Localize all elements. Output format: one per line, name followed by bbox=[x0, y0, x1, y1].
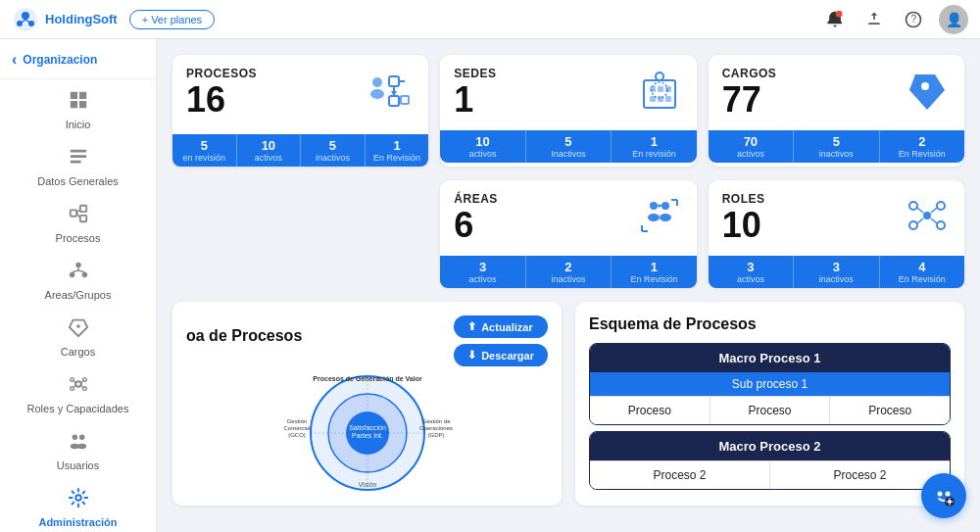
areas-footer-1-num: 2 bbox=[528, 260, 609, 274]
procesos-footer-2-label: inactivos bbox=[303, 153, 363, 163]
avatar[interactable]: 👤 bbox=[939, 5, 968, 34]
descargar-button[interactable]: ⬇ Descargar bbox=[454, 344, 548, 366]
sidebar-item-datos-generales[interactable]: Datos Generales bbox=[0, 138, 156, 195]
upload-icon[interactable] bbox=[860, 6, 888, 33]
svg-rect-15 bbox=[70, 155, 86, 158]
svg-rect-54 bbox=[665, 86, 671, 92]
svg-text:(GCO): (GCO) bbox=[288, 432, 306, 438]
process-cell-1-0: Proceso bbox=[590, 397, 710, 424]
svg-text:Comercial: Comercial bbox=[283, 425, 310, 431]
help-icon[interactable]: ? bbox=[900, 6, 927, 33]
logo-area[interactable]: HoldingSoft bbox=[12, 6, 118, 33]
stat-card-procesos: PROCESOS 16 bbox=[172, 55, 428, 167]
areas-footer-2-label: En Revisión bbox=[613, 274, 694, 284]
svg-line-26 bbox=[72, 270, 77, 272]
stat-card-roles: ROLES 10 bbox=[709, 180, 964, 288]
sedes-footer-2-label: En revisión bbox=[613, 149, 694, 159]
svg-rect-16 bbox=[70, 161, 80, 164]
cargos-footer-2-label: En Revisión bbox=[882, 149, 962, 159]
svg-rect-14 bbox=[70, 150, 86, 153]
app-container: HoldingSoft + Ver planes ? 👤 ‹ Organizac… bbox=[0, 0, 980, 532]
svg-rect-57 bbox=[665, 96, 671, 102]
procesos-title: PROCESOS bbox=[186, 67, 257, 80]
sidebar-usuarios-label: Usuarios bbox=[57, 459, 99, 471]
stats-spacer bbox=[172, 180, 428, 288]
areas-number: 6 bbox=[454, 206, 498, 245]
datos-generales-icon bbox=[68, 146, 89, 172]
sedes-footer-2-num: 1 bbox=[613, 134, 694, 149]
svg-point-6 bbox=[836, 10, 843, 17]
content-area: PROCESOS 16 bbox=[157, 39, 980, 532]
inicio-icon bbox=[68, 89, 89, 116]
usuarios-icon bbox=[68, 430, 89, 457]
sidebar: ‹ Organizacion Inicio Datos Generales bbox=[0, 39, 157, 532]
svg-point-22 bbox=[75, 263, 81, 268]
stat-card-cargos: CARGOS 77 70 bbox=[709, 55, 964, 167]
roles-footer-0-label: activos bbox=[710, 274, 791, 284]
cargos-stat-icon bbox=[904, 67, 951, 122]
logo-text: HoldingSoft bbox=[45, 12, 118, 26]
svg-text:(GDP): (GDP) bbox=[427, 432, 444, 438]
roles-footer-1-num: 3 bbox=[796, 260, 876, 274]
svg-point-23 bbox=[69, 272, 74, 278]
svg-rect-51 bbox=[644, 80, 675, 108]
sidebar-back[interactable]: ‹ Organizacion bbox=[0, 43, 156, 76]
process-row-2: Proceso 2 Proceso 2 bbox=[590, 460, 950, 489]
svg-line-77 bbox=[931, 208, 937, 213]
back-arrow-icon: ‹ bbox=[12, 51, 17, 69]
sidebar-item-usuarios[interactable]: Usuarios bbox=[0, 422, 156, 479]
svg-point-38 bbox=[72, 435, 77, 441]
svg-line-27 bbox=[78, 270, 84, 272]
process-row-1: Proceso Proceso Proceso bbox=[590, 396, 950, 424]
sedes-footer-0-label: activos bbox=[442, 149, 522, 159]
cargos-footer-0-label: activos bbox=[710, 149, 791, 159]
svg-rect-50 bbox=[401, 96, 409, 104]
roles-footer-2-num: 4 bbox=[882, 260, 962, 274]
actualizar-button[interactable]: ⬆ Actualizar bbox=[454, 315, 548, 338]
procesos-footer-3-num: 1 bbox=[368, 138, 427, 153]
svg-point-61 bbox=[650, 202, 658, 210]
sidebar-item-cargos[interactable]: Cargos bbox=[0, 309, 156, 365]
svg-point-33 bbox=[82, 387, 86, 391]
mapa-title: oa de Procesos bbox=[186, 327, 302, 345]
ai-button[interactable] bbox=[921, 473, 966, 518]
svg-point-73 bbox=[937, 202, 945, 210]
sidebar-back-label: Organizacion bbox=[23, 53, 97, 67]
areas-footer-1-label: inactivos bbox=[528, 274, 609, 284]
sidebar-item-areas[interactable]: Areas/Grupos bbox=[0, 252, 156, 309]
cargos-footer-2-num: 2 bbox=[882, 134, 962, 149]
mapa-procesos-card: oa de Procesos ⬆ Actualizar ⬇ Descargar bbox=[172, 302, 562, 506]
cargos-icon bbox=[68, 316, 89, 343]
ver-planes-button[interactable]: + Ver planes bbox=[129, 10, 215, 29]
stats-row-1: PROCESOS 16 bbox=[172, 55, 964, 167]
svg-rect-13 bbox=[78, 101, 85, 108]
svg-point-28 bbox=[76, 324, 80, 328]
sidebar-item-roles[interactable]: Roles y Capacidades bbox=[0, 365, 156, 422]
sidebar-divider bbox=[0, 78, 156, 79]
top-bar: HoldingSoft + Ver planes ? 👤 bbox=[0, 0, 980, 39]
svg-marker-66 bbox=[659, 204, 662, 208]
svg-rect-45 bbox=[389, 76, 399, 86]
sidebar-item-administracion[interactable]: Administración bbox=[0, 479, 156, 532]
svg-text:?: ? bbox=[911, 14, 917, 24]
procesos-footer-3-label: En Revisión bbox=[368, 153, 427, 163]
procesos-footer: 5 en revisión 10 activos 5 inactivos 1 bbox=[172, 134, 428, 167]
svg-point-75 bbox=[937, 221, 945, 229]
bottom-grid: oa de Procesos ⬆ Actualizar ⬇ Descargar bbox=[172, 302, 964, 506]
svg-point-71 bbox=[923, 212, 931, 219]
sidebar-item-procesos[interactable]: Procesos bbox=[0, 195, 156, 252]
svg-point-64 bbox=[660, 214, 671, 221]
svg-rect-19 bbox=[79, 216, 85, 221]
sedes-stat-icon bbox=[636, 67, 683, 122]
cargos-number: 77 bbox=[722, 80, 777, 120]
procesos-footer-1-num: 10 bbox=[239, 138, 299, 153]
bell-icon[interactable] bbox=[821, 6, 849, 33]
svg-point-41 bbox=[77, 444, 86, 450]
svg-point-29 bbox=[75, 381, 81, 387]
cargos-footer-1-num: 5 bbox=[796, 134, 876, 149]
svg-text:Gestión: Gestión bbox=[286, 418, 307, 424]
svg-text:Gestión de: Gestión de bbox=[421, 418, 451, 424]
upload-btn-icon: ⬆ bbox=[467, 320, 476, 333]
sidebar-item-inicio[interactable]: Inicio bbox=[0, 81, 156, 138]
svg-point-60 bbox=[921, 82, 929, 90]
